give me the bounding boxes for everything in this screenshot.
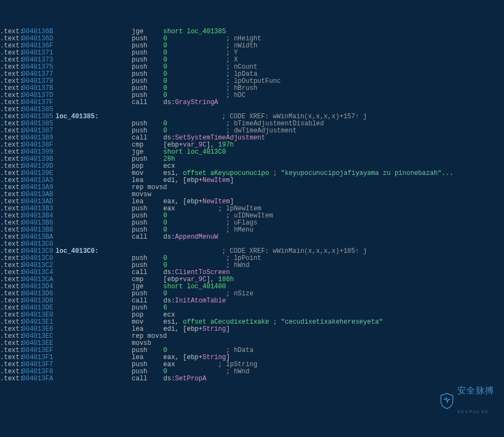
operand-kw[interactable]: short loc_4013C0: [163, 148, 226, 156]
watermark-logo: 安全脉搏 SECPULSE: [440, 373, 494, 429]
asm-line[interactable]: .text:004013EC rep movsd: [0, 333, 504, 340]
comment: ; uFlags: [226, 219, 257, 227]
operand-kw[interactable]: offset aKeyupocunucipo: [183, 169, 269, 177]
operand-num: 6: [163, 304, 167, 312]
comment: ; bTimeAdjustmentDisabled: [226, 120, 324, 128]
asm-line[interactable]: .text:0040138F cmp[ebp+var_9C], 197h: [0, 142, 504, 149]
mnemonic: call: [132, 234, 163, 241]
comment: ; Y: [226, 49, 238, 57]
operand-var[interactable]: String: [202, 325, 226, 333]
asm-line[interactable]: .text:0040137F callds:GrayStringA: [0, 99, 504, 106]
operand-num: 28h: [163, 155, 175, 163]
operand-var[interactable]: String: [202, 354, 226, 361]
comment: ; hDC: [226, 92, 245, 99]
operand-plain: [ebp+: [163, 276, 183, 283]
asm-line[interactable]: .text:0040139E movesi, offset aKeyupocun…: [0, 170, 504, 177]
operand-plain: ],: [206, 141, 218, 149]
comment: ; nSize: [226, 290, 253, 298]
operand-sym[interactable]: GrayStringA: [175, 99, 218, 106]
operand-plain: esi,: [163, 318, 183, 326]
asm-line[interactable]: .text:0040139B push28h: [0, 156, 504, 163]
operand-sym[interactable]: InitAtomTable: [175, 297, 226, 305]
asm-line[interactable]: .text:004013CA cmp[ebp+var_9C], 186h: [0, 276, 504, 283]
asm-line[interactable]: .text:004013A3 leaedi, [ebp+NewItem]: [0, 177, 504, 184]
operand-plain: ],: [206, 276, 218, 283]
operand-sym[interactable]: AppendMenuW: [175, 233, 218, 241]
operand-kw[interactable]: short loc_401385: [163, 28, 226, 35]
operand-kw[interactable]: offset aCecudixetixake: [183, 318, 269, 326]
watermark-text-en: SECPULSE: [457, 408, 494, 415]
operands: ds:SetPropA: [163, 375, 206, 383]
operands: ds:AppendMenuW: [163, 234, 218, 241]
operand-sym[interactable]: SetSystemTimeAdjustment: [175, 134, 266, 142]
asm-line[interactable]: .text:004013DE push6: [0, 305, 504, 312]
operands: edi, [ebp+String]: [163, 326, 230, 333]
asm-line[interactable]: .text:004013F7 pusheax ; lpString: [0, 361, 504, 368]
comment: ; lpNewItem: [218, 205, 261, 213]
asm-line[interactable]: .text:004013F8 push0 ; hWnd: [0, 368, 504, 375]
operand-str: "keyupocunucipojafiyayama zu pinonebazah…: [281, 169, 453, 177]
operand-plain: [ebp+: [163, 141, 183, 149]
disassembly-view[interactable]: .text:0040136B jgeshort loc_401385.text:…: [0, 28, 504, 383]
code-label[interactable]: loc_4013C0:: [56, 247, 99, 255]
operand-sym[interactable]: SetPropA: [175, 375, 207, 383]
comment: ; hMenu: [226, 226, 253, 234]
watermark-text-cn: 安全脉搏: [457, 387, 494, 394]
asm-line[interactable]: .text:004013B8 push0 ; hMenu: [0, 227, 504, 234]
operand-plain: ds:: [163, 297, 175, 305]
asm-line[interactable]: .text:004013E1 movesi, offset aCecudixet…: [0, 319, 504, 326]
asm-line[interactable]: .text:004013EF push0 ; hData: [0, 347, 504, 354]
operands: ds:GrayStringA: [163, 99, 218, 106]
comment: ; hWnd: [226, 368, 249, 375]
asm-line[interactable]: .text:00401389 callds:SetSystemTimeAdjus…: [0, 135, 504, 142]
operand-plain: ]: [226, 325, 230, 333]
asm-line[interactable]: .text:0040137D push0 ; hDC: [0, 92, 504, 99]
asm-line[interactable]: .text:0040136F push0 ; nWidth: [0, 43, 504, 50]
asm-line[interactable]: .text:004013D8 callds:InitAtomTable: [0, 298, 504, 305]
segment-name: .text:: [0, 375, 22, 383]
operand-plain: ecx: [163, 162, 175, 170]
operand-plain: eax, [ebp+: [163, 354, 202, 361]
asm-line[interactable]: .text:004013A9 rep movsd: [0, 184, 504, 191]
operand-plain: ds:: [163, 375, 175, 383]
asm-line[interactable]: .text:004013E6 leaedi, [ebp+String]: [0, 326, 504, 333]
operand-plain: esi,: [163, 169, 183, 177]
comment: ; nWidth: [226, 42, 257, 50]
operand-plain: ds:: [163, 233, 175, 241]
asm-line[interactable]: .text:004013C4 callds:ClientToScreen: [0, 269, 504, 276]
operand-kw[interactable]: short loc_401400: [163, 283, 226, 290]
comment: ; lpString: [218, 361, 257, 368]
mnemonic: call: [132, 375, 163, 383]
asm-line[interactable]: .text:004013AB movsw: [0, 191, 504, 198]
asm-line[interactable]: .text:004013FA callds:SetPropA: [0, 375, 504, 383]
asm-line[interactable]: .text:00401399 jgeshort loc_4013C0: [0, 149, 504, 156]
operand-plain: [269, 318, 273, 326]
operand-plain: eax, [ebp+: [163, 198, 202, 205]
asm-line[interactable]: .text:004013C2 push0 ; hWnd: [0, 262, 504, 269]
asm-line[interactable]: .text:004013C0 push0 ; lpPoint: [0, 255, 504, 262]
asm-line[interactable]: .text:004013D6 push0 ; nSize: [0, 290, 504, 298]
operand-var[interactable]: var_9C: [183, 141, 206, 149]
code-label[interactable]: loc_401385:: [56, 113, 99, 120]
operand-var[interactable]: NewItem: [202, 198, 230, 205]
asm-line[interactable]: .text:004013BA callds:AppendMenuW: [0, 234, 504, 241]
asm-line[interactable]: .text:00401371 push0 ; Y: [0, 50, 504, 57]
operand-sym[interactable]: ClientToScreen: [175, 269, 230, 276]
operand-plain: ]: [226, 354, 230, 361]
operands: ds:InitAtomTable: [163, 298, 226, 305]
operand-plain: edi, [ebp+: [163, 177, 202, 184]
operand-var[interactable]: NewItem: [202, 177, 230, 184]
operand-num: 197h: [218, 141, 234, 149]
operand-plain: ds:: [163, 134, 175, 142]
comment: ; hData: [226, 347, 253, 354]
operand-plain: ds:: [163, 269, 175, 276]
operand-comment: ;: [273, 169, 281, 177]
comment: ; hBrush: [226, 84, 257, 92]
operand-var[interactable]: var_9C: [183, 276, 206, 283]
address: 004013FA: [22, 375, 56, 383]
operand-plain: eax: [163, 361, 175, 368]
operand-plain: ds:: [163, 99, 175, 106]
operand-comment: ;: [273, 318, 281, 326]
asm-line[interactable]: .text:0040137B push0 ; hBrush: [0, 85, 504, 92]
operand-plain: ecx: [163, 311, 175, 319]
